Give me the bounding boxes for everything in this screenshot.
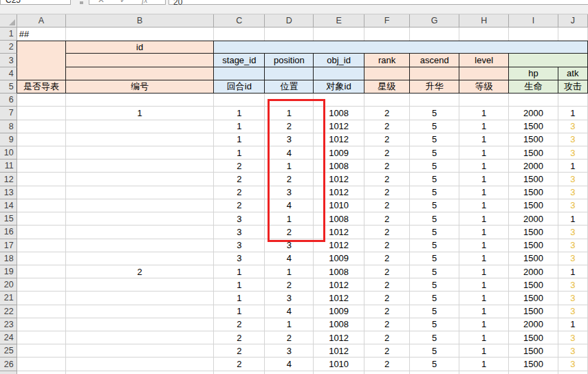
cell-I16[interactable]: 1500 xyxy=(509,226,558,239)
cell-C10[interactable]: 1 xyxy=(214,146,265,160)
cell-I9[interactable]: 1500 xyxy=(509,133,558,146)
cell-D3[interactable]: position xyxy=(265,54,314,67)
cell-F13[interactable]: 2 xyxy=(364,186,410,199)
cell-H1[interactable] xyxy=(459,28,509,41)
cell-G24[interactable]: 5 xyxy=(410,331,459,344)
row-header-5[interactable]: 5 xyxy=(0,80,17,94)
cell-H13[interactable]: 1 xyxy=(459,186,509,199)
cell-J12[interactable]: 3 xyxy=(558,173,588,186)
cell-E23[interactable]: 1008 xyxy=(314,318,364,331)
cell-H21[interactable]: 1 xyxy=(459,292,509,305)
cell-J13[interactable]: 3 xyxy=(558,186,588,199)
cell-F20[interactable]: 2 xyxy=(364,278,410,292)
cell-G4[interactable] xyxy=(410,67,459,80)
cell-C26[interactable]: 2 xyxy=(214,358,265,371)
col-header-H[interactable]: H xyxy=(459,14,509,28)
cell-E5[interactable]: 对象id xyxy=(314,80,364,94)
cell-H15[interactable]: 1 xyxy=(459,212,509,226)
cell-B4[interactable] xyxy=(66,67,214,80)
cell-G6[interactable] xyxy=(410,94,459,107)
formula-input[interactable]: 20 xyxy=(168,0,588,5)
cell-C11[interactable]: 2 xyxy=(214,160,265,173)
cell-B1[interactable] xyxy=(66,28,214,41)
cell-F26[interactable]: 2 xyxy=(364,358,410,371)
row-header-8[interactable]: 8 xyxy=(0,120,17,133)
cell-J17[interactable]: 3 xyxy=(558,239,588,252)
row-header-3[interactable]: 3 xyxy=(0,54,17,67)
cell-D21[interactable]: 3 xyxy=(265,292,314,305)
cell-D24[interactable]: 2 xyxy=(265,331,314,344)
cell-F25[interactable]: 2 xyxy=(364,344,410,358)
row-header-2[interactable]: 2 xyxy=(0,41,17,54)
annotation-rectangle[interactable] xyxy=(268,99,325,242)
col-header-A[interactable]: A xyxy=(17,14,66,28)
cell-B6[interactable] xyxy=(66,94,214,107)
cell-G9[interactable]: 5 xyxy=(410,133,459,146)
cell-G27[interactable]: 5 xyxy=(410,371,459,374)
cell-I1[interactable] xyxy=(509,28,558,41)
cell-J9[interactable]: 3 xyxy=(558,133,588,146)
cell-H18[interactable]: 1 xyxy=(459,252,509,265)
cell-I25[interactable]: 1500 xyxy=(509,344,558,358)
cell-B9[interactable] xyxy=(66,133,214,146)
row-header-15[interactable]: 15 xyxy=(0,212,17,226)
cell-C5[interactable]: 回合id xyxy=(214,80,265,94)
cell-G23[interactable]: 5 xyxy=(410,318,459,331)
cell-F3[interactable]: rank xyxy=(364,54,410,67)
cell-C23[interactable]: 2 xyxy=(214,318,265,331)
cell-A14[interactable] xyxy=(17,199,66,212)
cell-C3[interactable]: stage_id xyxy=(214,54,265,67)
cell-B19[interactable]: 2 xyxy=(66,265,214,278)
cell-I3[interactable] xyxy=(509,54,588,67)
cell-G17[interactable]: 5 xyxy=(410,239,459,252)
cell-C1[interactable] xyxy=(214,28,265,41)
cell-C13[interactable]: 2 xyxy=(214,186,265,199)
cell-H10[interactable]: 1 xyxy=(459,146,509,160)
cell-G13[interactable]: 5 xyxy=(410,186,459,199)
cell-G11[interactable]: 5 xyxy=(410,160,459,173)
cell-A10[interactable] xyxy=(17,146,66,160)
cell-A12[interactable] xyxy=(17,173,66,186)
cell-F8[interactable]: 2 xyxy=(364,120,410,133)
enter-icon[interactable]: ✓ xyxy=(120,0,127,9)
cell-E1[interactable] xyxy=(314,28,364,41)
cell-J20[interactable]: 3 xyxy=(558,278,588,292)
cell-I20[interactable]: 1500 xyxy=(509,278,558,292)
cell-D4[interactable] xyxy=(265,67,314,80)
cell-B15[interactable] xyxy=(66,212,214,226)
cell-B7[interactable]: 1 xyxy=(66,107,214,120)
row-header-22[interactable]: 22 xyxy=(0,305,17,318)
cell-G8[interactable]: 5 xyxy=(410,120,459,133)
cell-J19[interactable]: 1 xyxy=(558,265,588,278)
cell-H17[interactable]: 1 xyxy=(459,239,509,252)
cell-J15[interactable]: 1 xyxy=(558,212,588,226)
cell-F17[interactable]: 2 xyxy=(364,239,410,252)
cell-F5[interactable]: 星级 xyxy=(364,80,410,94)
cell-B14[interactable] xyxy=(66,199,214,212)
cell-E21[interactable]: 1012 xyxy=(314,292,364,305)
cell-I10[interactable]: 1500 xyxy=(509,146,558,160)
col-header-E[interactable]: E xyxy=(314,14,364,28)
cell-A13[interactable] xyxy=(17,186,66,199)
cell-F16[interactable]: 2 xyxy=(364,226,410,239)
cell-C27[interactable]: 3 xyxy=(214,371,265,374)
cell-F27[interactable]: 2 xyxy=(364,371,410,374)
cell-H3[interactable]: level xyxy=(459,54,509,67)
cell-E25[interactable]: 1012 xyxy=(314,344,364,358)
cell-I18[interactable]: 1500 xyxy=(509,252,558,265)
cell-F15[interactable]: 2 xyxy=(364,212,410,226)
cell-A24[interactable] xyxy=(17,331,66,344)
cell-H16[interactable]: 1 xyxy=(459,226,509,239)
cell-J16[interactable]: 3 xyxy=(558,226,588,239)
cell-J10[interactable]: 3 xyxy=(558,146,588,160)
row-header-14[interactable]: 14 xyxy=(0,199,17,212)
cell-B13[interactable] xyxy=(66,186,214,199)
col-header-C[interactable]: C xyxy=(214,14,265,28)
row-header-12[interactable]: 12 xyxy=(0,173,17,186)
cell-E24[interactable]: 1012 xyxy=(314,331,364,344)
cell-F10[interactable]: 2 xyxy=(364,146,410,160)
cell-D25[interactable]: 3 xyxy=(265,344,314,358)
row-header-13[interactable]: 13 xyxy=(0,186,17,199)
cell-I14[interactable]: 1500 xyxy=(509,199,558,212)
cell-G18[interactable]: 5 xyxy=(410,252,459,265)
